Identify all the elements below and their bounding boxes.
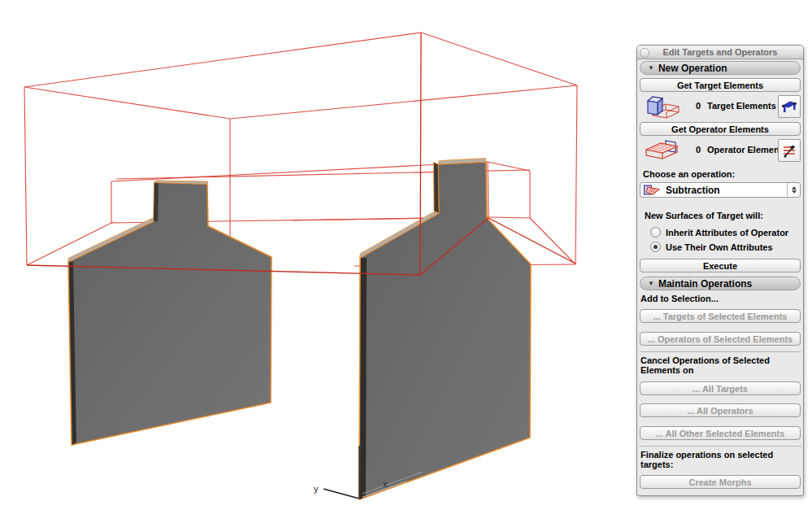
cancel-operations-label: Cancel Operations of Selected Elements o… xyxy=(640,355,803,375)
pick-target-icon xyxy=(781,98,797,115)
left-wall[interactable] xyxy=(68,181,271,445)
radio-inherit-attributes[interactable]: Inherit Attributes of Operator xyxy=(650,227,803,238)
show-operators-button[interactable] xyxy=(778,139,801,162)
disclosure-triangle-icon: ▼ xyxy=(648,280,654,287)
operator-elements-label: Operator Elements xyxy=(707,145,787,155)
execute-button[interactable]: Execute xyxy=(640,259,801,272)
palette-collapse-button[interactable] xyxy=(640,48,649,58)
y-axis-label: y xyxy=(314,484,319,494)
subtraction-icon xyxy=(643,184,661,196)
z-axis-label: z xyxy=(361,444,366,454)
right-wall-face[interactable] xyxy=(359,162,531,499)
origin-axes xyxy=(323,446,359,499)
app-window: y z x Edit Targets and Operators ▼ New O… xyxy=(0,0,812,523)
operation-selected-value: Subtraction xyxy=(666,185,720,196)
palette-titlebar[interactable]: Edit Targets and Operators xyxy=(637,46,803,59)
right-wall-end-face xyxy=(360,258,367,499)
edit-targets-operators-palette: Edit Targets and Operators ▼ New Operati… xyxy=(636,45,804,496)
section-maintain-operations[interactable]: ▼ Maintain Operations xyxy=(640,277,801,290)
add-to-selection-label: Add to Selection... xyxy=(640,294,803,303)
all-targets-button[interactable]: ... All Targets xyxy=(640,381,801,395)
x-axis-label: x xyxy=(383,479,388,489)
operator-elements-row: 0 Operator Elements xyxy=(637,136,803,163)
new-surfaces-label: New Surfaces of Target will: xyxy=(645,211,803,220)
section-new-operation[interactable]: ▼ New Operation xyxy=(640,61,801,75)
right-chimney-side xyxy=(434,163,440,214)
separator xyxy=(639,351,801,352)
target-elements-count: 0 xyxy=(696,101,701,111)
all-operators-button[interactable]: ... All Operators xyxy=(640,403,801,417)
disclosure-triangle-icon: ▼ xyxy=(648,64,654,72)
radio-on-icon[interactable] xyxy=(650,242,661,252)
get-target-elements-button[interactable]: Get Target Elements xyxy=(640,78,801,92)
operators-of-selected-button[interactable]: ... Operators of Selected Elements xyxy=(640,332,801,346)
operator-elements-count: 0 xyxy=(696,145,701,155)
separator xyxy=(639,446,801,447)
right-wall[interactable] xyxy=(359,159,531,500)
dropdown-stepper-icon[interactable] xyxy=(787,183,800,197)
operator-elements-icon xyxy=(645,138,680,163)
target-elements-row: 0 Target Elements xyxy=(637,92,803,120)
get-operator-elements-button[interactable]: Get Operator Elements xyxy=(640,122,801,136)
target-elements-icon xyxy=(645,94,680,119)
left-wall-face[interactable] xyxy=(68,182,271,445)
radio-off-icon[interactable] xyxy=(650,227,661,238)
left-chimney-side xyxy=(154,182,158,221)
3d-viewport[interactable]: y z x xyxy=(0,0,634,523)
finalize-label: Finalize operations on selected targets: xyxy=(640,450,803,469)
radio-use-own-attributes[interactable]: Use Their Own Attributes xyxy=(650,242,803,252)
all-other-selected-button[interactable]: ... All Other Selected Elements xyxy=(640,426,801,440)
show-targets-button[interactable] xyxy=(778,95,801,118)
operation-dropdown[interactable]: Subtraction xyxy=(640,182,801,198)
target-walls[interactable] xyxy=(68,159,531,500)
create-morphs-button[interactable]: Create Morphs xyxy=(640,475,801,489)
pick-operator-icon xyxy=(781,142,797,159)
palette-title: Edit Targets and Operators xyxy=(663,47,778,57)
target-elements-label: Target Elements xyxy=(707,101,776,111)
choose-operation-label: Choose an operation: xyxy=(643,169,803,179)
targets-of-selected-button[interactable]: ... Targets of Selected Elements xyxy=(640,309,801,323)
y-axis-line xyxy=(323,489,359,499)
